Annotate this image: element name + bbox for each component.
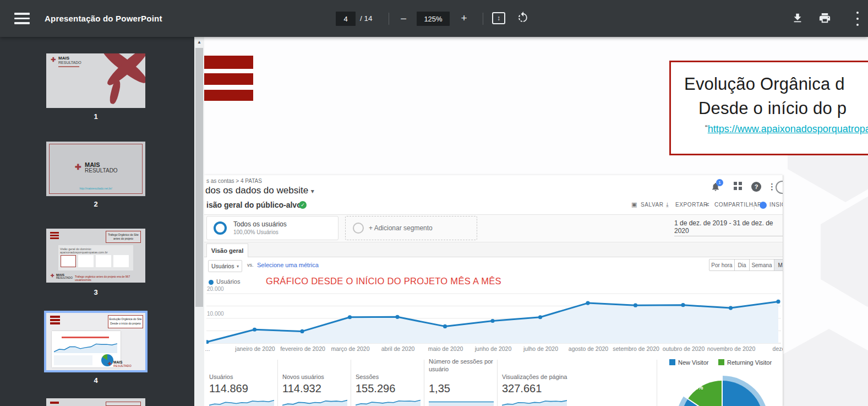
scorecard-users: Usuários 114.869 bbox=[209, 366, 278, 406]
thumb4-scorecards bbox=[54, 355, 92, 365]
help-icon: ? bbox=[751, 182, 761, 192]
scorecard-label: Sessões bbox=[356, 366, 424, 381]
slide-title-line2: Desde o início do p bbox=[684, 99, 868, 118]
apps-grid-icon bbox=[734, 182, 742, 190]
thumb3-card bbox=[96, 255, 111, 267]
legend-swatch-green bbox=[718, 359, 724, 365]
export-icon: ⤓ bbox=[666, 201, 669, 208]
thumb1-logo-line1: MAIS bbox=[58, 56, 69, 61]
ga-tab-row: Visão geral bbox=[204, 242, 783, 257]
insights-button: INSIGH bbox=[769, 202, 783, 208]
date-range-selector: 1 de dez. de 2019 - 31 de dez. de 2020 bbox=[674, 219, 783, 236]
mini-redbar bbox=[50, 237, 59, 239]
add-segment-label: + Adicionar segmento bbox=[369, 224, 433, 232]
scorecard-value: 114.932 bbox=[282, 382, 351, 395]
thumb4-title-box: Evolução Orgânica do Site Desde o início… bbox=[108, 315, 143, 328]
thumbnail-page-2[interactable]: ✚ MAIS RESULTADO http://maisresultado.ne… bbox=[46, 142, 145, 196]
thumb3-title-box: Tráfego Orgânico do Site antes do projet… bbox=[106, 231, 141, 243]
ga-report-title: isão geral do público-alvo bbox=[206, 201, 302, 209]
segment-all-users: Todos os usuários 100,00% Usuários bbox=[206, 216, 339, 240]
scorecard-label: Número de sessões por usuário bbox=[429, 358, 498, 381]
ga-segment-region: Todos os usuários 100,00% Usuários + Adi… bbox=[204, 215, 783, 242]
brand-cross-icon: ✚ bbox=[108, 361, 112, 366]
hexagon-decor bbox=[821, 197, 868, 307]
pie-slice-border bbox=[722, 376, 723, 406]
users-line-chart bbox=[206, 289, 781, 344]
sidebar-scrollbar[interactable]: ▲ bbox=[194, 37, 204, 406]
thumb1-subtitle-line bbox=[58, 66, 79, 67]
scorecard-sessions-per-user: Número de sessões por usuário 1,35 bbox=[429, 358, 498, 406]
thumb3-card bbox=[78, 255, 94, 267]
thumb5-title-box bbox=[106, 402, 141, 406]
scorecard-label: Usuários bbox=[209, 366, 278, 381]
segment-subtitle: 100,00% Usuários bbox=[233, 229, 279, 235]
x-axis-label: deze bbox=[773, 345, 783, 352]
avatar bbox=[776, 181, 783, 194]
x-axis-label: abril de 2020 bbox=[381, 345, 415, 352]
brand-cross-icon: ✚ bbox=[75, 163, 81, 171]
toolbar-divider bbox=[389, 13, 389, 25]
segment-title: Todos os usuários bbox=[233, 220, 287, 228]
thumb2-logo-line2: RESULTADO bbox=[85, 168, 118, 174]
fit-to-page-icon[interactable]: ↕ bbox=[492, 12, 505, 24]
toolbar-divider bbox=[483, 13, 483, 25]
zoom-level[interactable]: 125% bbox=[417, 12, 450, 26]
x-axis-label: junho de 2020 bbox=[475, 345, 512, 352]
page-number-input[interactable]: 4 bbox=[336, 12, 356, 26]
x-axis-label: fevereiro de 2020 bbox=[280, 345, 325, 352]
thumb3-box-line1: Tráfego Orgânico do Site bbox=[108, 233, 139, 236]
tab-visao-geral: Visão geral bbox=[206, 243, 248, 257]
x-axis-label: maio de 2020 bbox=[428, 345, 463, 352]
print-icon[interactable] bbox=[818, 12, 831, 24]
scorecard-label: Visualizações de página bbox=[502, 366, 571, 381]
slide-redbar bbox=[204, 90, 253, 101]
thumb3-footer: Tráfego orgânico antes do projeto era de… bbox=[75, 275, 145, 282]
pie-legend-new: New Visitor bbox=[669, 359, 708, 366]
x-axis-label: agosto de 2020 bbox=[569, 345, 608, 352]
zoom-out-button[interactable]: − bbox=[397, 13, 410, 25]
rotate-icon[interactable] bbox=[516, 11, 529, 24]
menu-icon[interactable] bbox=[14, 13, 30, 24]
mini-redbar bbox=[50, 235, 59, 236]
red-annotation: GRÁFICO DESDE O INÍCIO DO PROJETO MÊS A … bbox=[266, 276, 501, 286]
x-axis-label: ... bbox=[205, 345, 210, 352]
insights-icon bbox=[760, 202, 767, 209]
x-axis-label: setembro de 2020 bbox=[613, 345, 659, 352]
x-axis-label: março de 2020 bbox=[331, 345, 369, 352]
granularity-day: Dia bbox=[734, 259, 750, 271]
bell-icon: 1 bbox=[711, 182, 720, 192]
ga-breadcrumb: s as contas > 4 PATAS bbox=[206, 178, 262, 184]
slide-redbar bbox=[204, 73, 253, 85]
thumbnail-page-5-partial[interactable] bbox=[46, 398, 145, 406]
granularity-month: Mês bbox=[774, 259, 783, 271]
scrollbar-up-arrow[interactable]: ▲ bbox=[194, 37, 204, 47]
slide-hyperlink[interactable]: https://www.apaixonadosporquatropa bbox=[708, 123, 868, 134]
segment-circle-icon bbox=[353, 223, 364, 234]
scorecard-pageviews: Visualizações de página 327.661 bbox=[502, 366, 571, 406]
mini-redbar bbox=[50, 232, 59, 234]
thumbnail-3-number: 3 bbox=[46, 288, 145, 296]
download-icon[interactable] bbox=[791, 12, 804, 24]
thumb4-box-line1: Evolução Orgânica do Site bbox=[109, 317, 141, 321]
ga-property-title: dos os dados do website ▾ bbox=[205, 185, 314, 196]
more-options-icon[interactable] bbox=[854, 12, 861, 26]
scorecard-value: 1,35 bbox=[429, 382, 498, 395]
slide-link-row: “https://www.apaixonadosporquatropa bbox=[684, 123, 868, 135]
check-badge-icon: ✓ bbox=[299, 201, 307, 209]
share-icon: < bbox=[706, 201, 709, 208]
thumbnail-1-number: 1 bbox=[46, 112, 145, 121]
select-metric-link: Selecione uma métrica bbox=[257, 262, 319, 268]
thumbnail-page-1[interactable]: ✚ MAIS RESULTADO bbox=[46, 53, 145, 108]
page-total: / 14 bbox=[360, 14, 373, 23]
brand-cross-icon: ✚ bbox=[51, 273, 54, 278]
hexagon-decor bbox=[777, 329, 868, 406]
ga-screenshot: s as contas > 4 PATAS dos os dados do we… bbox=[204, 175, 783, 406]
scorecard-value: 155.296 bbox=[356, 382, 424, 395]
zoom-in-button[interactable]: + bbox=[458, 12, 470, 24]
thumbnail-page-3[interactable]: Tráfego Orgânico do Site antes do projet… bbox=[46, 229, 145, 283]
thumb4-box-line2: Desde o início do projeto bbox=[110, 322, 140, 325]
thumbnail-4-number: 4 bbox=[46, 376, 145, 385]
x-axis-label: novembro de 2020 bbox=[707, 345, 756, 352]
thumbnail-page-4-selected[interactable]: Evolução Orgânica do Site Desde o início… bbox=[44, 311, 148, 372]
scrollbar-thumb[interactable] bbox=[195, 48, 203, 307]
